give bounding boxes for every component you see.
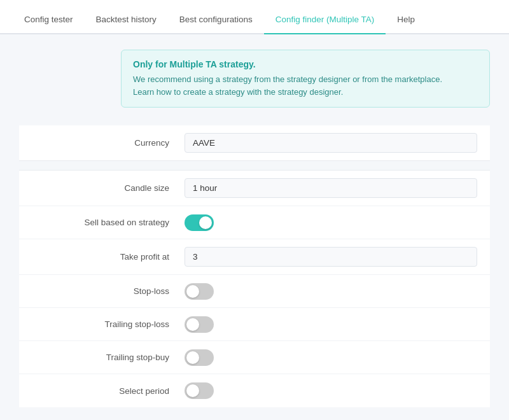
stop-loss-track [185, 283, 214, 300]
tab-bar: Config tester Backtest history Best conf… [0, 0, 509, 34]
stop-loss-toggle[interactable] [185, 283, 477, 300]
currency-section: Currency [19, 125, 490, 160]
trailing-stop-buy-control [185, 349, 490, 366]
trailing-stop-buy-toggle[interactable] [185, 349, 477, 366]
trailing-stop-loss-thumb [186, 318, 199, 331]
tab-backtest-history[interactable]: Backtest history [85, 4, 168, 34]
trailing-stop-loss-control [185, 316, 490, 333]
sell-based-row: Sell based on strategy [19, 206, 490, 239]
candle-size-control [185, 178, 490, 198]
sell-based-track [185, 214, 214, 231]
currency-control [185, 133, 490, 153]
select-period-toggle[interactable] [185, 382, 477, 399]
select-period-thumb [186, 384, 199, 397]
trailing-stop-buy-track [185, 349, 214, 366]
select-period-control [185, 382, 490, 399]
take-profit-control [185, 247, 490, 267]
sell-based-control [185, 214, 490, 231]
stop-loss-label: Stop-loss [19, 286, 185, 296]
select-period-track [185, 382, 214, 399]
trailing-stop-buy-row: Trailing stop-buy [19, 341, 490, 374]
take-profit-row: Take profit at [19, 239, 490, 275]
sell-based-toggle-wrap [185, 214, 477, 231]
trailing-stop-buy-thumb [186, 351, 199, 364]
trailing-stop-buy-label: Trailing stop-buy [19, 353, 185, 362]
select-period-row: Select period [19, 374, 490, 407]
take-profit-input[interactable] [185, 247, 477, 267]
tab-config-tester[interactable]: Config tester [13, 4, 85, 34]
trailing-stop-loss-label: Trailing stop-loss [19, 319, 185, 329]
candle-size-label: Candle size [19, 183, 185, 193]
settings-section: Candle size Sell based on strategy [19, 171, 490, 407]
sell-based-toggle[interactable] [185, 214, 214, 231]
currency-label: Currency [19, 138, 185, 148]
trailing-stop-loss-row: Trailing stop-loss [19, 308, 490, 341]
info-box: Only for Multiple TA strategy. We recomm… [121, 50, 490, 108]
info-title: Only for Multiple TA strategy. [133, 59, 478, 69]
candle-size-input[interactable] [185, 178, 477, 198]
info-text-line1: We recommend using a strategy from the s… [133, 74, 442, 84]
candle-size-row: Candle size [19, 171, 490, 206]
stop-loss-control [185, 283, 490, 300]
currency-row: Currency [19, 125, 490, 160]
take-profit-label: Take profit at [19, 252, 185, 262]
sell-based-label: Sell based on strategy [19, 218, 185, 227]
main-content: Only for Multiple TA strategy. We recomm… [0, 34, 509, 420]
currency-input[interactable] [185, 133, 477, 153]
section-divider-1 [19, 160, 490, 171]
select-period-label: Select period [19, 386, 185, 396]
tab-help[interactable]: Help [386, 4, 426, 34]
info-text: We recommend using a strategy from the s… [133, 73, 478, 98]
tab-best-configurations[interactable]: Best configurations [168, 4, 264, 34]
stop-loss-row: Stop-loss [19, 275, 490, 308]
stop-loss-thumb [186, 285, 199, 298]
tab-config-finder[interactable]: Config finder (Multiple TA) [264, 4, 386, 34]
info-text-line2: Learn how to create a strategy with the … [133, 87, 343, 97]
sell-based-thumb [199, 216, 212, 229]
trailing-stop-loss-toggle[interactable] [185, 316, 477, 333]
trailing-stop-loss-track [185, 316, 214, 333]
